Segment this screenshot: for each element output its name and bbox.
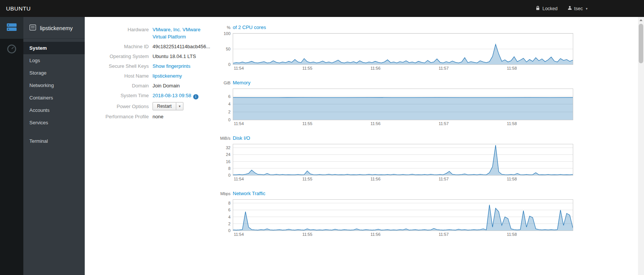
sidebar-item-services[interactable]: Services [23, 116, 85, 129]
cpu-plot-area [233, 33, 573, 65]
cpu-x-axis: 11:5411:5511:5611:5711:58 [233, 65, 573, 71]
lock-icon [536, 6, 540, 12]
icon-rail [0, 17, 23, 275]
show-fingerprints-link[interactable]: Show fingerprints [153, 63, 190, 70]
memory-y-axis: 0246 [211, 89, 233, 120]
info-row-hardware: Hardware VMware, Inc. VMware Virtual Pla… [85, 26, 211, 40]
info-label: Hardware [85, 26, 153, 33]
cpu-chart-title-link[interactable]: of 2 CPU cores [233, 24, 266, 30]
system-time-link[interactable]: 2018-08-13 09:58 [153, 93, 191, 98]
network-y-axis: 02468 [211, 199, 233, 231]
network-chart-title-link[interactable]: Network Traffic [233, 191, 265, 196]
disk-io-plot-area [233, 144, 573, 176]
network-x-axis: 11:5411:5511:5611:5711:58 [233, 231, 573, 237]
charts-column: % of 2 CPU cores 050100 11:5411:5511:561… [211, 17, 573, 275]
performance-profile-value: none [153, 113, 163, 120]
info-row-host-name: Host Name lipstickenemy [85, 72, 211, 79]
memory-x-axis: 11:5411:5511:5611:5711:58 [233, 120, 573, 127]
sidebar-item-accounts[interactable]: Accounts [23, 104, 85, 116]
info-label: Host Name [85, 72, 153, 79]
info-label: System Time [85, 92, 153, 99]
sidebar-item-terminal[interactable]: Terminal [23, 135, 85, 147]
cpu-y-axis: 050100 [211, 33, 233, 65]
domain-value[interactable]: Join Domain [153, 82, 180, 89]
disk-io-chart-title-link[interactable]: Disk I/O [233, 135, 250, 141]
info-row-os: Operating System Ubuntu 18.04.1 LTS [85, 53, 211, 60]
user-icon [568, 6, 572, 11]
network-unit-label: Mbps [211, 191, 233, 196]
cpu-unit-label: % [211, 25, 233, 30]
sidebar: lipstickenemy System Logs Storage Networ… [23, 17, 85, 275]
host-name-link[interactable]: lipstickenemy [153, 72, 182, 79]
disk-io-chart: MiB/s Disk I/O 08162432 11:5411:5511:561… [211, 135, 573, 182]
rail-item-machines[interactable] [0, 17, 23, 39]
info-row-power-options: Power Options Restart ▾ [85, 102, 211, 110]
info-label: Secure Shell Keys [85, 63, 153, 70]
gauge-icon [7, 44, 17, 55]
locked-indicator[interactable]: Locked [536, 6, 557, 12]
info-row-machine-id: Machine ID 49c1822514114bacb456... [85, 43, 211, 50]
scroll-up-arrow[interactable] [638, 17, 644, 23]
info-label: Power Options [85, 103, 153, 110]
info-row-performance-profile: Performance Profile none [85, 113, 211, 120]
server-icon [6, 23, 17, 33]
network-plot-area [233, 199, 573, 231]
info-label: Operating System [85, 53, 153, 60]
info-label: Domain [85, 82, 153, 89]
info-label: Machine ID [85, 43, 153, 50]
disk-io-x-axis: 11:5411:5511:5611:5711:58 [233, 176, 573, 182]
info-row-system-time: System Time 2018-08-13 09:58i [85, 92, 211, 99]
rail-item-dashboard[interactable] [0, 39, 23, 61]
info-row-ssh-keys: Secure Shell Keys Show fingerprints [85, 63, 211, 70]
chevron-down-icon: ▾ [586, 7, 588, 11]
sidebar-item-storage[interactable]: Storage [23, 67, 85, 79]
user-menu[interactable]: tsec ▾ [568, 6, 588, 11]
main-content: Hardware VMware, Inc. VMware Virtual Pla… [85, 17, 638, 275]
host-header: lipstickenemy [23, 17, 85, 39]
cpu-chart: % of 2 CPU cores 050100 11:5411:5511:561… [211, 24, 573, 71]
power-options-split-button: Restart ▾ [153, 102, 183, 110]
memory-unit-label: GiB [211, 81, 233, 85]
memory-chart-title-link[interactable]: Memory [233, 80, 250, 86]
host-icon [29, 24, 36, 32]
network-traffic-chart: Mbps Network Traffic 02468 11:5411:5511:… [211, 191, 573, 237]
sidebar-item-system[interactable]: System [23, 42, 85, 54]
disk-io-unit-label: MiB/s [211, 136, 233, 141]
top-bar: UBUNTU Locked tsec ▾ [0, 0, 644, 17]
memory-plot-area [233, 89, 573, 120]
sidebar-item-containers[interactable]: Containers [23, 92, 85, 104]
sidebar-item-networking[interactable]: Networking [23, 79, 85, 92]
sidebar-item-logs[interactable]: Logs [23, 54, 85, 67]
restart-button[interactable]: Restart [153, 102, 176, 110]
info-row-domain: Domain Join Domain [85, 82, 211, 89]
scrollbar-thumb[interactable] [639, 24, 643, 63]
machine-id-value: 49c1822514114bacb456... [153, 43, 209, 50]
restart-dropdown-toggle[interactable]: ▾ [176, 102, 184, 110]
memory-chart: GiB Memory 0246 11:5411:5511:5611:5711:5… [211, 80, 573, 127]
os-value: Ubuntu 18.04.1 LTS [153, 53, 196, 60]
hardware-link[interactable]: VMware, Inc. VMware Virtual Platform [153, 26, 209, 40]
locked-label: Locked [542, 6, 557, 11]
user-name: tsec [574, 6, 583, 11]
info-icon[interactable]: i [193, 94, 198, 99]
host-name: lipstickenemy [40, 25, 73, 31]
disk-io-y-axis: 08162432 [211, 144, 233, 176]
scrollbar [638, 17, 644, 275]
system-info: Hardware VMware, Inc. VMware Virtual Pla… [85, 17, 211, 275]
brand-logo: UBUNTU [6, 5, 31, 12]
info-label: Performance Profile [85, 113, 153, 120]
